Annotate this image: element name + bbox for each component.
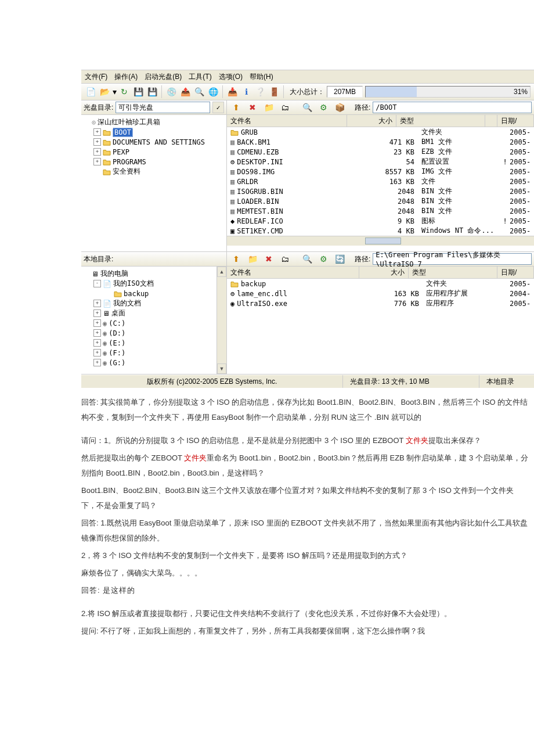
- list-item[interactable]: backup文件夹2005-: [227, 279, 534, 289]
- open-icon[interactable]: 📂: [98, 85, 111, 98]
- size-usage-pct: 31%: [514, 88, 528, 96]
- col-type[interactable]: 类型: [409, 267, 497, 278]
- list-item[interactable]: ▣SET1KEY.CMD4 KBWindows NT 命令...2005-: [227, 226, 534, 236]
- tree-item[interactable]: +◉(F:): [82, 348, 215, 358]
- menu-tools[interactable]: 工具(T): [189, 72, 211, 82]
- list-item[interactable]: ◆REDLEAF.ICO9 KB图标!2005-: [227, 216, 534, 226]
- up-icon[interactable]: ⬆: [230, 101, 243, 114]
- list-item[interactable]: ▦GRLDR163 KB文件2005-: [227, 177, 534, 186]
- tree-item[interactable]: +◉(D:): [82, 328, 215, 338]
- tree-item[interactable]: +◉(E:): [82, 338, 215, 348]
- local-path-input[interactable]: E:\Green Program Files\多媒体类\UltraISO 7: [373, 253, 532, 265]
- v-scrollbar[interactable]: ▲ ▼: [217, 267, 226, 374]
- list-item[interactable]: ▦DOS98.IMG8557 KBIMG 文件2005-: [227, 167, 534, 177]
- tree-item[interactable]: +🖥桌面: [82, 308, 215, 318]
- menu-options[interactable]: 选项(O): [219, 72, 243, 82]
- list-item[interactable]: ⚙lame_enc.dll163 KB应用程序扩展2004-: [227, 289, 534, 298]
- tree-item[interactable]: 安全资料: [82, 167, 225, 177]
- answer-3b: 2.将 ISO 解压或者直接提取都行，只要记住文件夹结构不变就行了（变化也没关系…: [81, 606, 528, 621]
- new-icon[interactable]: 📄: [84, 85, 97, 98]
- tree-item[interactable]: 🖥我的电脑: [82, 269, 215, 279]
- tree-item[interactable]: +📄我的文档: [82, 298, 215, 308]
- list-item[interactable]: GRUB文件夹2005-: [227, 127, 534, 137]
- scroll-up-icon[interactable]: ▲: [217, 267, 226, 277]
- save-icon[interactable]: 💾: [132, 85, 145, 98]
- col-name[interactable]: 文件名: [227, 267, 359, 278]
- burn-icon[interactable]: 💿: [165, 85, 178, 98]
- tree-item[interactable]: +PEXP: [82, 147, 225, 157]
- col-date[interactable]: 日期/: [497, 267, 534, 278]
- tree-item[interactable]: +PROGRAMS: [82, 157, 225, 167]
- list-item[interactable]: ▦BACK.BM1471 KBBM1 文件2005-: [227, 137, 534, 147]
- col-type[interactable]: 类型: [396, 115, 485, 127]
- question-1b: 然后把提取出的每个 ZEBOOT 文件夹重命名为 Boot1.bin，Boot2…: [81, 451, 528, 481]
- refresh-icon[interactable]: 🔄: [333, 253, 346, 265]
- col-size[interactable]: 大小: [359, 267, 409, 278]
- status-local: 本地目录: [479, 375, 534, 388]
- menu-action[interactable]: 操作(A): [114, 72, 138, 82]
- view2-icon[interactable]: 📦: [333, 101, 346, 114]
- top-split: 光盘目录: 可引导光盘 ✓ ⊙深山红叶袖珍工具箱+BOOT+DOCUMENTS …: [81, 100, 534, 252]
- ultraiso-window: 文件(F) 操作(A) 启动光盘(B) 工具(T) 选项(O) 帮助(H) 📄 …: [81, 70, 534, 388]
- tree-item[interactable]: +DOCUMENTS AND SETTINGS: [82, 137, 225, 147]
- reload-icon[interactable]: ↻: [118, 85, 131, 98]
- help-icon[interactable]: ❔: [254, 85, 266, 98]
- up2-icon[interactable]: ⬆: [230, 253, 243, 265]
- status-disc: 光盘目录: 13 文件, 10 MB: [343, 375, 479, 388]
- tree-item[interactable]: ⊙深山红叶袖珍工具箱: [82, 117, 225, 127]
- gear-icon[interactable]: ⚙: [317, 101, 330, 114]
- find-icon[interactable]: 🔍: [193, 85, 205, 98]
- disc-tree[interactable]: ⊙深山红叶袖珍工具箱+BOOT+DOCUMENTS AND SETTINGS+P…: [81, 115, 226, 251]
- tree-item[interactable]: +BOOT: [82, 127, 225, 137]
- scroll-down-icon[interactable]: ▼: [217, 363, 226, 374]
- disc-file-pane: ⬆ ✖ 📁 🗂 🔍 ⚙ 📦 路径: /BOOT 文件名 大小 类型 日期/ GR…: [227, 100, 534, 251]
- disc-file-list[interactable]: GRUB文件夹2005-▦BACK.BM1471 KBBM1 文件2005-▦C…: [227, 127, 534, 236]
- col-name[interactable]: 文件名: [227, 115, 347, 127]
- answer-3: 回答: 是这样的: [81, 583, 528, 598]
- tree-item[interactable]: backup: [82, 289, 215, 298]
- menu-file[interactable]: 文件(F): [85, 72, 107, 82]
- menu-boot[interactable]: 启动光盘(B): [145, 72, 182, 82]
- exit-icon[interactable]: 🚪: [268, 85, 280, 98]
- globe-icon[interactable]: 🌐: [207, 85, 219, 98]
- delete2-icon[interactable]: ✖: [262, 253, 275, 265]
- tree-item[interactable]: -📄我的ISO文档: [82, 279, 215, 289]
- list-item[interactable]: ▦ISOGRUB.BIN2048BIN 文件2005-: [227, 186, 534, 196]
- list-item[interactable]: ▦CDMENU.EZB23 KBEZB 文件2005-: [227, 147, 534, 157]
- saveas-icon[interactable]: 💾: [146, 85, 158, 98]
- local-path-label: 路径:: [355, 254, 370, 264]
- tree-item[interactable]: +◉(G:): [82, 358, 215, 368]
- disc-path-input[interactable]: /BOOT: [373, 102, 532, 113]
- view1-icon[interactable]: 🔍: [301, 101, 313, 114]
- addfile-icon[interactable]: 📥: [226, 85, 239, 98]
- delete-icon[interactable]: ✖: [246, 101, 259, 114]
- prop-icon[interactable]: 🗂: [279, 101, 291, 114]
- question-2b: 麻烦各位了，偶确实大菜鸟。。。。: [81, 566, 528, 581]
- h-scrollbar[interactable]: [227, 236, 534, 246]
- disc-tree-pane: 光盘目录: 可引导光盘 ✓ ⊙深山红叶袖珍工具箱+BOOT+DOCUMENTS …: [81, 100, 227, 251]
- info-icon[interactable]: ℹ: [240, 85, 252, 98]
- list-item[interactable]: ▦MEMTEST.BIN2048BIN 文件2005-: [227, 206, 534, 216]
- extract-tool-icon[interactable]: 📤: [179, 85, 192, 98]
- dropdown-icon[interactable]: ▾: [112, 85, 117, 98]
- tree-item[interactable]: +◉(C:): [82, 318, 215, 328]
- col-date[interactable]: 日期/: [497, 115, 534, 127]
- local-list-header: 文件名 大小 类型 日期/: [227, 267, 534, 279]
- list-item[interactable]: ▦LOADER.BIN2048BIN 文件2005-: [227, 196, 534, 206]
- list-item[interactable]: ◉UltraISO.exe776 KB应用程序2005-: [227, 298, 534, 308]
- question-1c: Boot1.BIN、Boot2.BIN、Boot3.BIN 这三个文件又该放在哪…: [81, 483, 528, 513]
- menu-help[interactable]: 帮助(H): [250, 72, 273, 82]
- local-file-list[interactable]: backup文件夹2005-⚙lame_enc.dll163 KB应用程序扩展2…: [227, 279, 534, 308]
- size-total-label: 大小总计：: [290, 87, 324, 97]
- col-size[interactable]: 大小: [347, 115, 396, 127]
- disc-type-apply-button[interactable]: ✓: [212, 102, 224, 113]
- local-dir-label: 本地目录:: [84, 254, 113, 264]
- view3-icon[interactable]: 🔍: [301, 253, 313, 265]
- gear2-icon[interactable]: ⚙: [317, 253, 330, 265]
- list-item[interactable]: ⚙DESKTOP.INI54配置设置!2005-: [227, 157, 534, 167]
- prop2-icon[interactable]: 🗂: [279, 253, 291, 265]
- disc-type-combo[interactable]: 可引导光盘: [116, 102, 210, 113]
- newfolder2-icon[interactable]: 📁: [246, 253, 259, 265]
- newfolder-icon[interactable]: 📁: [262, 101, 275, 114]
- local-tree[interactable]: 🖥我的电脑-📄我的ISO文档backup+📄我的文档+🖥桌面+◉(C:)+◉(D…: [81, 267, 217, 374]
